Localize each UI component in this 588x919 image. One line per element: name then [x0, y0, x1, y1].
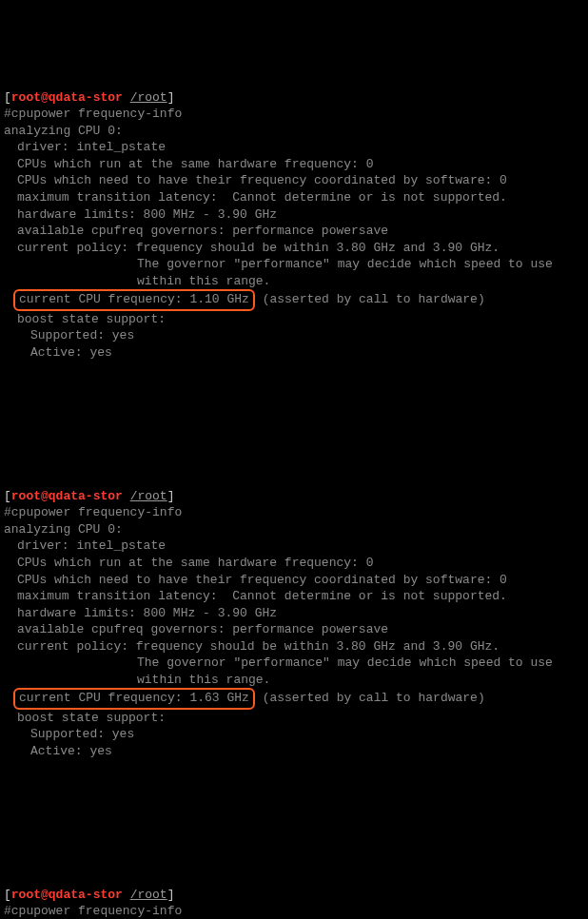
boost-state-line: boost state support:	[4, 311, 166, 328]
max-trans-line: maximum transition latency: Cannot deter…	[4, 588, 507, 605]
governors-line: available cpufreq governors: performance…	[4, 223, 388, 240]
analyzing-line: analyzing CPU 0:	[4, 522, 123, 537]
prompt-path: /root	[130, 888, 167, 902]
bracket-close: ]	[167, 489, 175, 503]
cpu-frequency-highlight: current CPU frequency: 1.10 GHz	[13, 289, 255, 311]
output-block: [root@qdata-stor /root] #cpupower freque…	[4, 471, 584, 776]
active-line: Active: yes	[4, 344, 112, 362]
bracket-close: ]	[167, 888, 175, 902]
bracket-open: [	[4, 888, 11, 902]
cpus-same-line: CPUs which run at the same hardware freq…	[4, 555, 373, 572]
bracket-open: [	[4, 489, 11, 503]
terminal-output: [root@qdata-stor /root] #cpupower freque…	[0, 0, 588, 919]
command-line: #cpupower frequency-info	[4, 505, 182, 519]
space	[123, 489, 130, 503]
cpu-frequency-tail: (asserted by call to hardware)	[255, 691, 485, 705]
driver-line: driver: intel_pstate	[4, 538, 166, 555]
cpus-coord-line: CPUs which need to have their frequency …	[4, 572, 507, 589]
governors-line: available cpufreq governors: performance…	[4, 621, 388, 638]
policy-line-3: within this range.	[4, 273, 270, 290]
analyzing-line: analyzing CPU 0:	[4, 124, 123, 138]
bracket-close: ]	[167, 90, 175, 105]
prompt-path: /root	[130, 90, 167, 105]
policy-line-2: The governor "performance" may decide wh…	[4, 655, 553, 672]
command-line: #cpupower frequency-info	[4, 904, 182, 918]
output-block: [root@qdata-stor /root] #cpupower freque…	[4, 72, 584, 378]
supported-line: Supported: yes	[4, 726, 134, 743]
cpus-coord-line: CPUs which need to have their frequency …	[4, 172, 507, 189]
prompt-user: root@qdata-stor	[11, 489, 123, 503]
policy-line-3: within this range.	[4, 672, 270, 689]
cpus-same-line: CPUs which run at the same hardware freq…	[4, 156, 373, 173]
prompt-user: root@qdata-stor	[11, 90, 123, 105]
command-line: #cpupower frequency-info	[4, 107, 182, 121]
active-line: Active: yes	[4, 743, 112, 760]
space	[123, 90, 130, 105]
max-trans-line: maximum transition latency: Cannot deter…	[4, 189, 507, 206]
policy-line-1: current policy: frequency should be with…	[4, 240, 500, 257]
cpu-frequency-tail: (asserted by call to hardware)	[255, 292, 485, 306]
bracket-open: [	[4, 90, 11, 105]
prompt-user: root@qdata-stor	[11, 888, 123, 902]
hw-limits-line: hardware limits: 800 MHz - 3.90 GHz	[4, 605, 277, 622]
supported-line: Supported: yes	[4, 327, 134, 344]
driver-line: driver: intel_pstate	[4, 139, 166, 156]
boost-state-line: boost state support:	[4, 710, 166, 727]
space	[123, 888, 130, 902]
hw-limits-line: hardware limits: 800 MHz - 3.90 GHz	[4, 206, 277, 224]
policy-line-1: current policy: frequency should be with…	[4, 638, 500, 655]
prompt-path: /root	[130, 489, 167, 503]
cpu-frequency-highlight: current CPU frequency: 1.63 GHz	[13, 688, 255, 710]
output-block: [root@qdata-stor /root] #cpupower freque…	[4, 870, 584, 919]
policy-line-2: The governor "performance" may decide wh…	[4, 256, 553, 273]
